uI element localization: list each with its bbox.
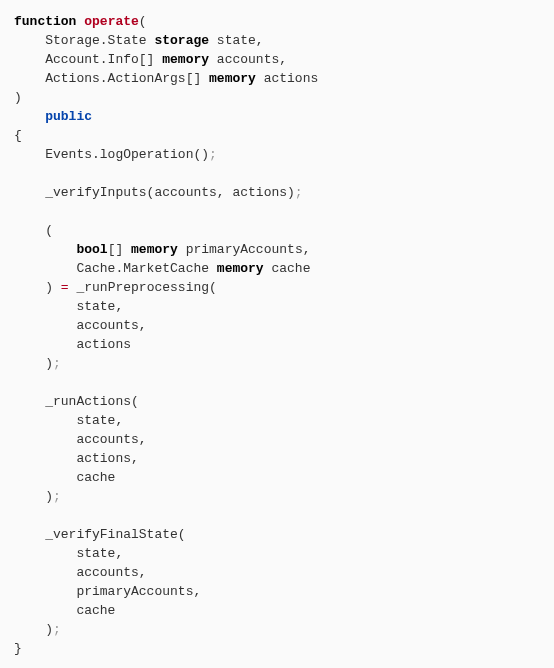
code-line: cache xyxy=(14,603,115,618)
code-line: primaryAccounts, xyxy=(14,584,201,599)
storage-keyword: storage xyxy=(154,33,209,48)
code-line: accounts, xyxy=(14,318,147,333)
memory-keyword: memory xyxy=(209,71,256,86)
code-line: ) xyxy=(14,489,53,504)
call-line: _runPreprocessing( xyxy=(69,280,217,295)
code-line: _verifyFinalState( xyxy=(14,527,186,542)
semicolon: ; xyxy=(53,356,61,371)
brace-close: } xyxy=(14,641,22,656)
semicolon: ; xyxy=(53,489,61,504)
param-tail: actions xyxy=(256,71,318,86)
param-line: Account.Info[] xyxy=(14,52,162,67)
paren-open: ( xyxy=(139,14,147,29)
indent xyxy=(14,242,76,257)
code-line: ) xyxy=(14,356,53,371)
memory-keyword: memory xyxy=(131,242,178,257)
code-line: actions, xyxy=(14,451,139,466)
code-line: cache xyxy=(14,470,115,485)
code-line: _verifyInputs(accounts, actions) xyxy=(14,185,295,200)
code-line: actions xyxy=(14,337,131,352)
code-line: state, xyxy=(14,299,123,314)
code-line: Cache.MarketCache xyxy=(14,261,217,276)
code-line: state, xyxy=(14,546,123,561)
semicolon: ; xyxy=(209,147,217,162)
paren-close: ) xyxy=(14,90,22,105)
keyword-function: function xyxy=(14,14,76,29)
param-tail: accounts, xyxy=(209,52,287,67)
memory-keyword: memory xyxy=(217,261,264,276)
semicolon: ; xyxy=(53,622,61,637)
equals-operator: = xyxy=(61,280,69,295)
param-tail: state, xyxy=(209,33,264,48)
param-line: Storage.State xyxy=(14,33,154,48)
code-line: Events.logOperation() xyxy=(14,147,209,162)
code-line: _runActions( xyxy=(14,394,139,409)
code-line: accounts, xyxy=(14,565,147,580)
param-line: Actions.ActionArgs[] xyxy=(14,71,209,86)
code-block: function operate( Storage.State storage … xyxy=(14,12,540,658)
keyword-bool: bool xyxy=(76,242,107,257)
memory-keyword: memory xyxy=(162,52,209,67)
code-line: ) xyxy=(14,280,61,295)
var-tail: primaryAccounts, xyxy=(178,242,311,257)
code-line: state, xyxy=(14,413,123,428)
modifier-public: public xyxy=(45,109,92,124)
brackets: [] xyxy=(108,242,131,257)
semicolon: ; xyxy=(295,185,303,200)
code-line: accounts, xyxy=(14,432,147,447)
code-line: ( xyxy=(14,223,53,238)
brace-open: { xyxy=(14,128,22,143)
code-line: ) xyxy=(14,622,53,637)
var-tail: cache xyxy=(264,261,311,276)
function-name: operate xyxy=(84,14,139,29)
